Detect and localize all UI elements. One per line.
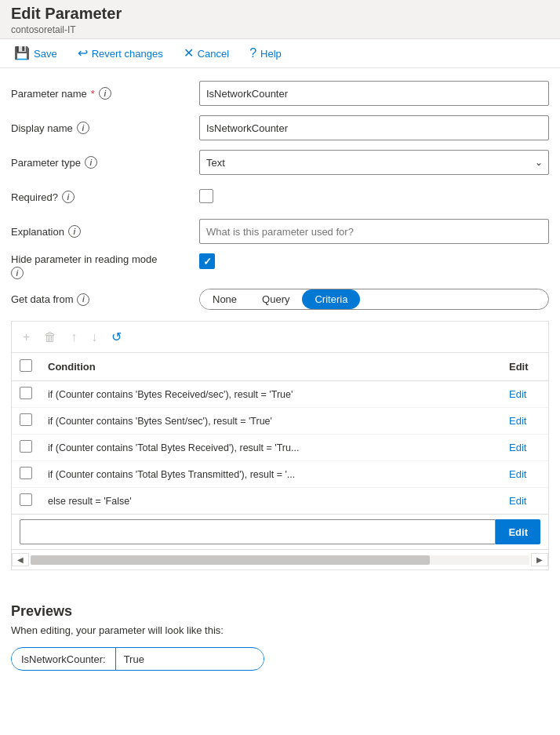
save-button[interactable]: 💾 Save [11,45,60,61]
parameter-type-info-icon[interactable]: i [85,156,97,169]
hide-param-row: Hide parameter in reading mode i [11,253,549,279]
parameter-type-select-wrapper: Text Number Boolean ⌄ [199,150,549,175]
select-all-checkbox[interactable] [20,359,32,372]
get-data-option-none[interactable]: None [200,289,249,309]
row-checkbox-1[interactable] [20,413,32,426]
save-icon: 💾 [14,47,30,60]
header-edit-col: Edit [501,353,548,381]
get-data-label: Get data from i [11,293,199,306]
row-condition-cell: if (Counter contains 'Bytes Received/sec… [40,381,501,408]
add-criteria-button[interactable]: + [21,329,31,346]
move-down-button[interactable]: ↓ [89,329,99,346]
required-control [199,189,549,206]
display-name-control [199,115,549,140]
previews-description: When editing, your parameter will look l… [11,624,549,636]
get-data-control: None Query Criteria [199,289,549,310]
help-label: Help [260,48,282,60]
hide-param-checkbox[interactable] [199,253,215,269]
revert-label: Revert changes [92,48,163,60]
page-title: Edit Parameter [11,5,549,23]
parameter-name-info-icon[interactable]: i [99,87,111,100]
parameter-type-label: Parameter type i [11,156,199,169]
help-button[interactable]: ? Help [246,45,285,61]
required-star: * [91,88,95,100]
row-condition-cell: else result = 'False' [40,488,501,515]
hide-param-info-row: i [11,267,199,279]
scrollbar-row: ◀ ▶ [12,549,548,569]
get-data-radio-group: None Query Criteria [199,289,549,310]
row-edit-cell: Edit [501,381,548,408]
form-body: Parameter name * i Display name i Parame… [0,68,560,591]
row-checkbox-cell [12,461,40,488]
table-row: if (Counter contains 'Total Bytes Transm… [12,461,548,488]
row-edit-cell: Edit [501,435,548,461]
parameter-name-control [199,81,549,106]
row-condition-cell: if (Counter contains 'Bytes Sent/sec'), … [40,408,501,435]
explanation-info-icon[interactable]: i [68,225,81,238]
move-up-button[interactable]: ↑ [69,329,78,346]
previews-section: Previews When editing, your parameter wi… [0,591,560,683]
parameter-name-label: Parameter name * i [11,87,199,100]
cancel-label: Cancel [198,48,229,60]
bottom-input-row: Edit [12,514,548,549]
preview-parameter-label: IsNetworkCounter: [12,649,115,669]
scroll-right-button[interactable]: ▶ [531,553,548,566]
cancel-button[interactable]: ✕ Cancel [180,45,232,61]
row-edit-link-3[interactable]: Edit [509,468,526,480]
row-checkbox-cell [12,408,40,435]
display-name-info-icon[interactable]: i [77,122,89,134]
page-subtitle: contosoretail-IT [11,24,549,35]
hide-param-info-icon[interactable]: i [11,267,24,279]
parameter-type-row: Parameter type i Text Number Boolean ⌄ [11,150,549,175]
table-row: if (Counter contains 'Bytes Sent/sec'), … [12,408,548,435]
criteria-section: + 🗑 ↑ ↓ ↺ Condition Edit if ( [11,321,549,570]
row-edit-link-0[interactable]: Edit [509,388,526,400]
row-edit-link-1[interactable]: Edit [509,415,526,427]
scroll-track[interactable] [31,555,529,565]
row-condition-cell: if (Counter contains 'Total Bytes Transm… [40,461,501,488]
hide-param-label: Hide parameter in reading mode [11,253,199,265]
table-row: if (Counter contains 'Total Bytes Receiv… [12,435,548,461]
scroll-left-button[interactable]: ◀ [12,553,29,566]
get-data-info-icon[interactable]: i [77,293,89,306]
table-row: else result = 'False' Edit [12,488,548,515]
criteria-table-header-row: Condition Edit [12,353,548,381]
parameter-name-input[interactable] [199,81,549,106]
explanation-label: Explanation i [11,225,199,238]
delete-criteria-button[interactable]: 🗑 [42,329,58,346]
required-info-icon[interactable]: i [62,191,75,203]
help-icon: ? [249,47,256,60]
row-checkbox-4[interactable] [20,493,32,506]
bottom-criteria-input[interactable] [20,519,496,544]
get-data-option-criteria[interactable]: Criteria [302,289,360,309]
previews-title: Previews [11,603,549,620]
parameter-name-row: Parameter name * i [11,81,549,106]
parameter-type-control: Text Number Boolean ⌄ [199,150,549,175]
save-label: Save [34,48,57,60]
revert-button[interactable]: ↩ Revert changes [75,45,166,61]
display-name-input[interactable] [199,115,549,140]
preview-control: IsNetworkCounter: [11,647,264,671]
row-checkbox-2[interactable] [20,440,32,453]
cancel-icon: ✕ [184,47,194,60]
header-checkbox-col [12,353,40,381]
row-checkbox-0[interactable] [20,387,32,399]
display-name-row: Display name i [11,115,549,140]
row-checkbox-3[interactable] [20,467,32,479]
required-checkbox[interactable] [199,189,213,203]
explanation-input[interactable] [199,219,549,244]
preview-value-input[interactable] [116,649,264,669]
explanation-control [199,219,549,244]
required-label: Required? i [11,191,199,203]
criteria-toolbar: + 🗑 ↑ ↓ ↺ [12,322,548,353]
row-checkbox-cell [12,488,40,515]
get-data-row: Get data from i None Query Criteria [11,289,549,310]
get-data-option-query[interactable]: Query [249,289,302,309]
row-edit-link-4[interactable]: Edit [509,495,526,507]
revert-icon: ↩ [78,47,88,60]
row-edit-link-2[interactable]: Edit [509,442,526,453]
refresh-button[interactable]: ↺ [110,328,123,346]
parameter-type-select[interactable]: Text Number Boolean [199,150,549,175]
row-checkbox-cell [12,381,40,408]
bottom-edit-button[interactable]: Edit [496,519,540,544]
